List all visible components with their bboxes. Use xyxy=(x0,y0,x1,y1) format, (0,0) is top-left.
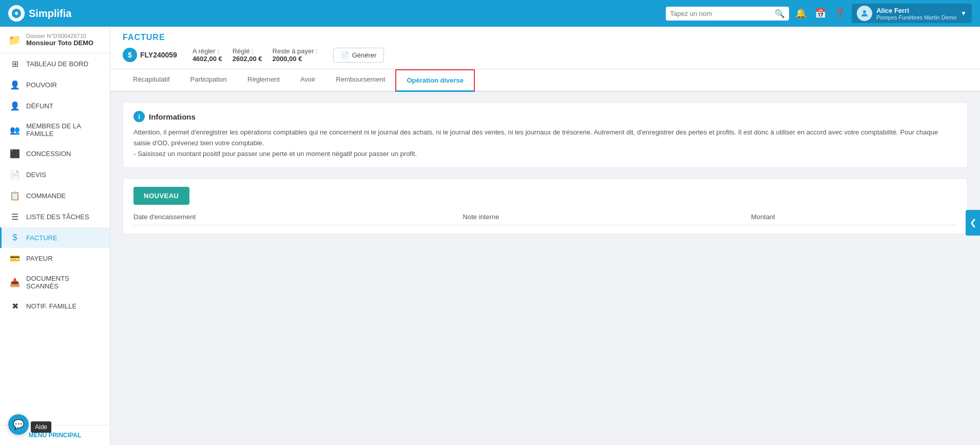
clipboard-icon: 📋 xyxy=(10,191,20,201)
sidebar: 📁 Dossier N°DS00426710 Monsieur Toto DEM… xyxy=(0,27,110,445)
facture-info-row: $ FLY240059 A régler : 4602,00 € Réglé :… xyxy=(123,47,968,63)
sidebar-item-label: MEMBRES DE LA FAMILLE xyxy=(26,122,102,138)
sidebar-item-label: FACTURE xyxy=(26,234,57,242)
doc-icon: 📄 xyxy=(10,170,20,180)
amount-regle: Réglé : 2602,00 € xyxy=(233,47,262,63)
facture-id: $ FLY240059 xyxy=(123,48,177,62)
avatar xyxy=(857,6,872,21)
amount-reste: Reste à payer : 2000,00 € xyxy=(273,47,318,63)
logo-icon xyxy=(8,5,25,22)
sidebar-nav: ⊞ TABLEAU DE BORD 👤 POUVOIR 👤 DÉFUNT 👥 M… xyxy=(0,53,110,425)
svg-point-1 xyxy=(863,10,866,13)
sidebar-item-notif-famille[interactable]: ✖ NOTIF. FAMILLE xyxy=(0,296,110,317)
generer-button[interactable]: 📄 Générer xyxy=(333,48,385,63)
user-company: Pompes Funèbres Martin Demo xyxy=(876,14,956,21)
dossier-name: Monsieur Toto DEMO xyxy=(26,39,93,47)
card-icon: 💳 xyxy=(10,254,20,263)
sidebar-item-label: TABLEAU DE BORD xyxy=(26,60,88,68)
dollar-circle-icon: $ xyxy=(123,48,137,62)
sidebar-item-label: DOCUMENTS SCANNÉS xyxy=(26,275,102,290)
sidebar-item-concession[interactable]: ⬛ CONCESSION xyxy=(0,143,110,164)
person-icon: 👤 xyxy=(10,80,20,90)
search-input[interactable] xyxy=(670,10,772,17)
col-note-header: Note interne xyxy=(463,213,751,221)
dollar-icon: $ xyxy=(10,233,20,242)
tab-reglement[interactable]: Règlement xyxy=(237,69,290,92)
tab-operation-diverse[interactable]: Opération diverse xyxy=(395,69,475,92)
scan-icon: 📥 xyxy=(10,278,20,287)
help-button[interactable]: 💬 xyxy=(8,414,29,435)
sidebar-item-label: DÉFUNT xyxy=(26,102,53,110)
chevron-down-icon: ▼ xyxy=(960,10,967,17)
dossier-info: 📁 Dossier N°DS00426710 Monsieur Toto DEM… xyxy=(0,27,110,53)
sidebar-item-label: PAYEUR xyxy=(26,255,53,262)
table-header: Date d'encaissement Note interne Montant xyxy=(133,213,957,225)
user-name: Alice Ferri xyxy=(876,7,956,14)
sidebar-item-label: CONCESSION xyxy=(26,150,71,158)
sidebar-item-documents-scannes[interactable]: 📥 DOCUMENTS SCANNÉS xyxy=(0,269,110,296)
tab-avoir[interactable]: Avoir xyxy=(290,69,325,92)
square-icon: ⬛ xyxy=(10,149,20,159)
facture-amounts: A régler : 4602,00 € Réglé : 2602,00 € R… xyxy=(193,47,318,63)
search-box[interactable]: 🔍 xyxy=(666,7,789,21)
table-section: NOUVEAU Date d'encaissement Note interne… xyxy=(123,178,968,234)
sidebar-item-label: NOTIF. FAMILLE xyxy=(26,302,76,310)
user-info: Alice Ferri Pompes Funèbres Martin Demo xyxy=(876,7,956,21)
facture-title: FACTURE xyxy=(123,33,968,42)
person-icon: 👤 xyxy=(10,101,20,111)
header: Simplifia 🔍 🔔 📅 ❓ Alice Ferri Pompes Fun… xyxy=(0,0,980,27)
logo: Simplifia xyxy=(8,5,660,22)
calendar-icon[interactable]: 📅 xyxy=(815,8,826,19)
search-icon[interactable]: 🔍 xyxy=(775,9,785,18)
sidebar-item-label: COMMANDE xyxy=(26,192,66,200)
facture-header: FACTURE $ FLY240059 A régler : 4602,00 €… xyxy=(110,27,980,69)
chevron-left-icon: ❮ xyxy=(970,218,976,227)
tab-recapitulatif[interactable]: Récapitulatif xyxy=(123,69,180,92)
sidebar-item-tableau-de-bord[interactable]: ⊞ TABLEAU DE BORD xyxy=(0,53,110,74)
col-montant-header: Montant xyxy=(751,213,957,221)
info-text: Attention, il permet d'enregistrer les o… xyxy=(133,127,957,159)
list-icon: ☰ xyxy=(10,212,20,222)
info-box: i Informations Attention, il permet d'en… xyxy=(123,102,968,168)
sidebar-item-payeur[interactable]: 💳 PAYEUR xyxy=(0,248,110,269)
sidebar-item-label: LISTE DES TÂCHES xyxy=(26,213,89,221)
main-content: FACTURE $ FLY240059 A régler : 4602,00 €… xyxy=(110,27,980,445)
grid-icon: ⊞ xyxy=(10,59,20,69)
sidebar-item-devis[interactable]: 📄 DEVIS xyxy=(0,164,110,185)
folder-icon: 📁 xyxy=(8,34,21,46)
amount-a-regler: A régler : 4602,00 € xyxy=(193,47,222,63)
info-icon: i xyxy=(133,111,145,122)
sidebar-item-membres-famille[interactable]: 👥 MEMBRES DE LA FAMILLE xyxy=(0,117,110,143)
logo-text: Simplifia xyxy=(29,8,71,20)
main-layout: 📁 Dossier N°DS00426710 Monsieur Toto DEM… xyxy=(0,27,980,445)
dossier-number: Dossier N°DS00426710 xyxy=(26,33,93,39)
sidebar-item-label: DEVIS xyxy=(26,171,46,179)
info-box-title: i Informations xyxy=(133,111,957,122)
collapse-button[interactable]: ❮ xyxy=(966,210,980,236)
x-icon: ✖ xyxy=(10,301,20,311)
content-body: i Informations Attention, il permet d'en… xyxy=(110,92,980,445)
sidebar-item-liste-taches[interactable]: ☰ LISTE DES TÂCHES xyxy=(0,206,110,227)
generer-icon: 📄 xyxy=(341,51,349,59)
help-tooltip: Aide xyxy=(31,421,51,433)
sidebar-item-facture[interactable]: $ FACTURE xyxy=(0,227,110,248)
sidebar-item-defunt[interactable]: 👤 DÉFUNT xyxy=(0,95,110,117)
help-icon[interactable]: ❓ xyxy=(834,8,846,19)
tabs: Récapitulatif Participation Règlement Av… xyxy=(110,69,980,92)
sidebar-item-pouvoir[interactable]: 👤 POUVOIR xyxy=(0,74,110,95)
tab-remboursement[interactable]: Remboursement xyxy=(325,69,395,92)
sidebar-item-commande[interactable]: 📋 COMMANDE xyxy=(0,185,110,206)
tab-participation[interactable]: Participation xyxy=(180,69,238,92)
nouveau-button[interactable]: NOUVEAU xyxy=(133,187,189,205)
col-date-header: Date d'encaissement xyxy=(133,213,463,221)
user-menu[interactable]: Alice Ferri Pompes Funèbres Martin Demo … xyxy=(852,4,972,23)
sidebar-item-label: POUVOIR xyxy=(26,81,57,89)
header-icons: 🔔 📅 ❓ xyxy=(795,8,846,19)
people-icon: 👥 xyxy=(10,125,20,135)
bell-icon[interactable]: 🔔 xyxy=(795,8,806,19)
